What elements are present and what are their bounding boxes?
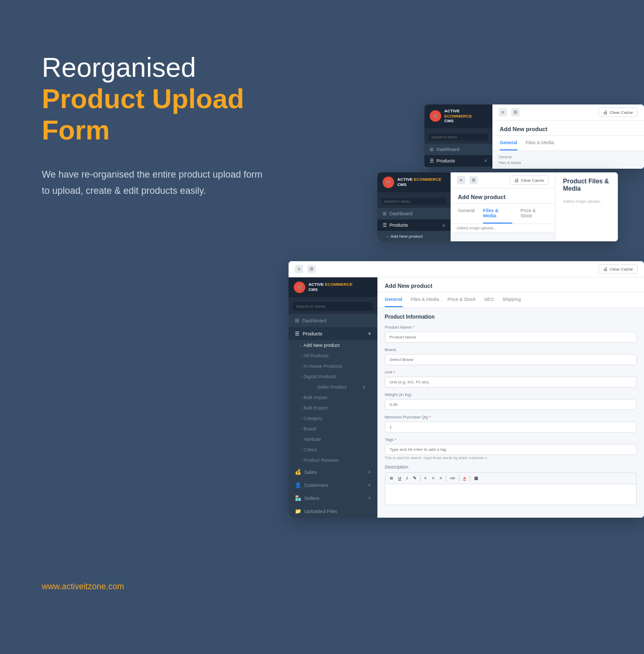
unit-input[interactable] <box>385 377 637 388</box>
min-qty-field-group: Minimum Purchase Qty * <box>385 415 637 433</box>
card-2-screenshot: 🛒 ACTIVE ECOMMERCECMS ⊞ Dashboard ☰ Prod… <box>377 172 618 241</box>
settings-icon-3[interactable]: ⚙ <box>307 265 316 273</box>
unit-label: Unit * <box>385 370 637 375</box>
hamburger-icon-2[interactable]: ≡ <box>457 176 465 184</box>
printer-icon: 🖨 <box>603 110 608 115</box>
card2-products-nav[interactable]: ☰ Products ∨ <box>377 219 451 231</box>
card1-content-title: Add New product <box>500 126 637 132</box>
settings-icon-2[interactable]: ⚙ <box>469 176 478 184</box>
weight-label: Weight (In Kg) <box>385 392 637 397</box>
card3-tab-price[interactable]: Price & Stock <box>447 293 476 307</box>
card1-dashboard-nav[interactable]: ⊞ Dashboard <box>424 144 492 155</box>
card3-tab-seo[interactable]: SEO <box>484 293 494 307</box>
card3-bulk-export-sub[interactable]: Bulk Export <box>289 403 377 413</box>
tags-helper: This is used for search. Input those wor… <box>385 456 637 460</box>
list-btn[interactable]: ≡ <box>423 475 429 482</box>
card1-search-input[interactable] <box>429 134 488 141</box>
list3-btn[interactable]: ≡ <box>438 475 444 482</box>
brand-input[interactable] <box>385 354 637 365</box>
brand-field-group: Brand <box>385 347 637 365</box>
card2-topbar: ≡ ⚙ 🖨 Clear Cache <box>451 172 555 189</box>
card-3-screenshot: ≡ ⚙ 🖨 Clear Cache 🛒 ACTIVE ECOMMERCECMS <box>289 261 644 518</box>
card3-search-input[interactable] <box>293 302 373 311</box>
hero-title-orange: Product Upload Form <box>42 84 272 146</box>
card3-logo: 🛒 ACTIVE ECOMMERCECMS <box>289 277 377 297</box>
card3-all-products-sub[interactable]: All Products <box>289 351 377 361</box>
card2-search <box>377 192 451 208</box>
table-btn[interactable]: ▦ <box>473 475 480 482</box>
min-qty-input[interactable] <box>385 422 637 433</box>
printer-icon-2: 🖨 <box>514 178 519 183</box>
card3-tab-shipping[interactable]: Shipping <box>502 293 521 307</box>
card2-dashboard-nav[interactable]: ⊞ Dashboard <box>377 208 451 219</box>
card3-content-title: Add New product <box>385 283 637 289</box>
logo-text: ACTIVE ECOMMERCECMS <box>444 109 487 124</box>
pen-btn[interactable]: ✎ <box>411 475 418 482</box>
card3-bulk-import-sub[interactable]: Bulk Import <box>289 392 377 403</box>
hero-url[interactable]: www.activeitzone.com <box>42 582 124 591</box>
divider-3 <box>459 475 459 482</box>
card3-product-reviews-sub[interactable]: Product Reviews <box>289 455 377 465</box>
tab-general[interactable]: General <box>500 136 518 150</box>
underline-btn[interactable]: U <box>397 475 403 482</box>
hero-description: We have re-organised the entire product … <box>42 167 272 198</box>
card3-topbar: ≡ ⚙ 🖨 Clear Cache <box>289 261 644 277</box>
card3-attribute-sub[interactable]: Attribute <box>289 434 377 445</box>
card3-dashboard-nav[interactable]: ⊞ Dashboard <box>289 314 377 327</box>
color-btn[interactable]: A <box>462 475 468 482</box>
italic-btn[interactable]: I <box>405 475 409 482</box>
tags-field-group: Tags * This is used for search. Input th… <box>385 437 637 460</box>
card3-add-new-product-sub[interactable]: Add New product <box>289 340 377 351</box>
min-qty-label: Minimum Purchase Qty * <box>385 415 637 419</box>
card2-content-header: Add New product <box>451 189 555 204</box>
card2-clear-cache-button[interactable]: 🖨 Clear Cache <box>510 176 549 185</box>
logo-text-2: ACTIVE ECOMMERCECMS <box>397 177 441 187</box>
editor-body[interactable] <box>385 484 637 505</box>
card2-search-input[interactable] <box>382 198 446 205</box>
card3-search <box>289 297 377 314</box>
editor-toolbar: B U I ✎ ≡ ≡ ≡ </> A <box>385 472 637 484</box>
card3-brand-sub[interactable]: Brand <box>289 424 377 434</box>
card3-category-sub[interactable]: Category <box>289 413 377 424</box>
card3-seller-product-sub[interactable]: Seller Product∧ <box>289 382 377 392</box>
card2-add-new-product-nav[interactable]: Add New product <box>377 231 451 241</box>
logo-icon-3: 🛒 <box>294 282 305 293</box>
card3-sales-nav[interactable]: 💰 Sales ∧ <box>289 465 377 478</box>
code-btn[interactable]: </> <box>448 475 457 481</box>
card2-tab-price[interactable]: Price & Stock <box>521 204 548 224</box>
card3-digital-products-sub[interactable]: Digital Products <box>289 371 377 382</box>
product-name-label: Product Name * <box>385 325 637 330</box>
card3-sellers-nav[interactable]: 🏪 Sellers ∧ <box>289 492 377 505</box>
tab-files-media[interactable]: Files & Media <box>526 136 555 150</box>
card3-tab-files-media[interactable]: Files & Media <box>411 293 440 307</box>
logo-text-3: ACTIVE ECOMMERCECMS <box>308 282 352 292</box>
product-name-field-group: Product Name * <box>385 325 637 343</box>
card2-logo: 🛒 ACTIVE ECOMMERCECMS <box>377 172 451 192</box>
product-name-input[interactable] <box>385 332 637 343</box>
card3-colors-sub[interactable]: Colors <box>289 445 377 455</box>
bold-btn[interactable]: B <box>388 475 395 482</box>
hamburger-icon-3[interactable]: ≡ <box>295 265 303 273</box>
hamburger-icon[interactable]: ≡ <box>499 108 507 116</box>
tags-label: Tags * <box>385 437 637 442</box>
clear-cache-button[interactable]: 🖨 Clear Cache <box>599 108 638 117</box>
card1-products-nav[interactable]: ☰ Products ∨ <box>424 155 492 167</box>
card3-tab-general[interactable]: General <box>385 293 402 307</box>
card3-products-nav[interactable]: ☰ Products ∨ <box>289 327 377 340</box>
tags-input[interactable] <box>385 444 637 455</box>
card2-tab-general[interactable]: General <box>458 204 475 224</box>
card3-customers-nav[interactable]: 👤 Customers ∧ <box>289 478 377 492</box>
card3-form-section: Product Information Product Name * Brand… <box>377 308 644 516</box>
form-section-title: Product Information <box>385 314 637 320</box>
card3-uploaded-files-nav[interactable]: 📁 Uploaded Files <box>289 505 377 518</box>
card3-clear-cache-button[interactable]: 🖨 Clear Cache <box>599 264 638 274</box>
card3-in-house-products-sub[interactable]: In House Products <box>289 361 377 371</box>
printer-icon-3: 🖨 <box>603 266 608 272</box>
description-field-group: Description B U I ✎ ≡ ≡ ≡ </> <box>385 464 637 505</box>
card2-tab-files-media[interactable]: Files & Media <box>483 204 512 224</box>
list2-btn[interactable]: ≡ <box>430 475 436 482</box>
description-label: Description <box>385 464 637 470</box>
settings-icon[interactable]: ⚙ <box>511 108 520 116</box>
card1-logo: 🛒 ACTIVE ECOMMERCECMS <box>424 104 492 128</box>
weight-input[interactable] <box>385 399 637 410</box>
